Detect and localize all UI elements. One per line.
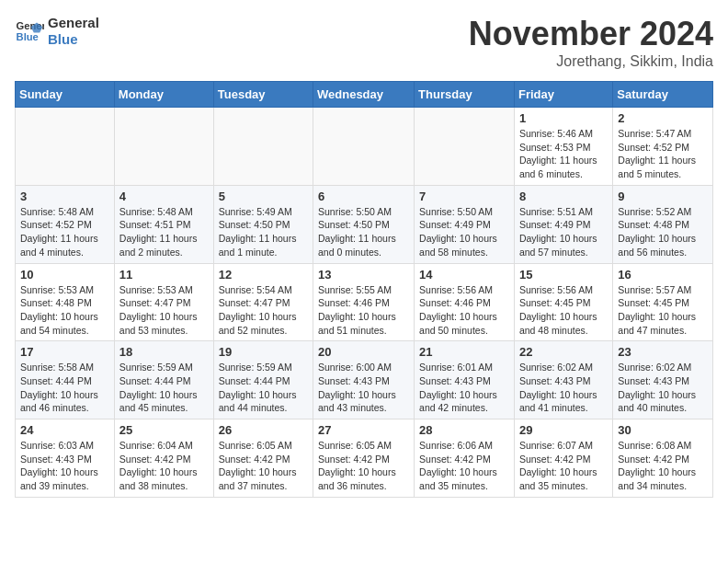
day-detail: Sunrise: 6:06 AM Sunset: 4:42 PM Dayligh…	[419, 439, 509, 493]
calendar-cell	[213, 108, 313, 186]
calendar-week-4: 24Sunrise: 6:03 AM Sunset: 4:43 PM Dayli…	[16, 419, 713, 498]
calendar-cell: 6Sunrise: 5:50 AM Sunset: 4:50 PM Daylig…	[313, 185, 415, 263]
logo: General Blue General Blue	[15, 15, 99, 48]
day-number: 8	[519, 190, 608, 203]
calendar-cell: 5Sunrise: 5:49 AM Sunset: 4:50 PM Daylig…	[213, 185, 313, 263]
day-detail: Sunrise: 6:05 AM Sunset: 4:42 PM Dayligh…	[318, 439, 409, 493]
day-number: 23	[618, 345, 708, 359]
calendar-cell: 14Sunrise: 5:56 AM Sunset: 4:46 PM Dayli…	[415, 263, 515, 341]
calendar-cell	[313, 108, 415, 186]
day-detail: Sunrise: 6:03 AM Sunset: 4:43 PM Dayligh…	[20, 439, 109, 493]
day-detail: Sunrise: 6:01 AM Sunset: 4:43 PM Dayligh…	[419, 361, 509, 415]
day-detail: Sunrise: 6:05 AM Sunset: 4:42 PM Dayligh…	[219, 439, 308, 493]
day-detail: Sunrise: 5:54 AM Sunset: 4:47 PM Dayligh…	[219, 283, 308, 338]
calendar-cell: 18Sunrise: 5:59 AM Sunset: 4:44 PM Dayli…	[114, 341, 213, 419]
weekday-header-tuesday: Tuesday	[213, 82, 313, 108]
calendar-cell: 25Sunrise: 6:04 AM Sunset: 4:42 PM Dayli…	[114, 419, 213, 498]
calendar-cell: 19Sunrise: 5:59 AM Sunset: 4:44 PM Dayli…	[213, 341, 313, 419]
calendar-cell: 21Sunrise: 6:01 AM Sunset: 4:43 PM Dayli…	[415, 341, 515, 419]
calendar-cell: 1Sunrise: 5:46 AM Sunset: 4:53 PM Daylig…	[514, 108, 612, 186]
day-number: 15	[519, 268, 608, 282]
calendar-cell: 8Sunrise: 5:51 AM Sunset: 4:49 PM Daylig…	[514, 185, 612, 263]
day-detail: Sunrise: 5:48 AM Sunset: 4:52 PM Dayligh…	[20, 205, 109, 259]
calendar-cell: 22Sunrise: 6:02 AM Sunset: 4:43 PM Dayli…	[514, 341, 612, 419]
day-detail: Sunrise: 5:59 AM Sunset: 4:44 PM Dayligh…	[219, 361, 308, 415]
calendar-cell: 4Sunrise: 5:48 AM Sunset: 4:51 PM Daylig…	[114, 185, 213, 263]
day-number: 19	[219, 345, 308, 359]
calendar-cell: 27Sunrise: 6:05 AM Sunset: 4:42 PM Dayli…	[313, 419, 415, 498]
day-number: 25	[119, 423, 209, 437]
weekday-header-friday: Friday	[514, 82, 612, 108]
day-detail: Sunrise: 5:50 AM Sunset: 4:50 PM Dayligh…	[318, 205, 409, 259]
calendar-cell: 2Sunrise: 5:47 AM Sunset: 4:52 PM Daylig…	[613, 108, 713, 186]
calendar-cell: 20Sunrise: 6:00 AM Sunset: 4:43 PM Dayli…	[313, 341, 415, 419]
calendar-cell: 12Sunrise: 5:54 AM Sunset: 4:47 PM Dayli…	[213, 263, 313, 341]
day-detail: Sunrise: 5:55 AM Sunset: 4:46 PM Dayligh…	[318, 283, 409, 338]
day-number: 4	[119, 190, 209, 203]
logo-text-general: General	[48, 15, 99, 31]
day-number: 17	[20, 345, 109, 359]
month-title: November 2024	[469, 15, 713, 53]
day-number: 7	[419, 190, 509, 203]
logo-icon: General Blue	[15, 17, 44, 46]
day-number: 28	[419, 423, 509, 437]
day-detail: Sunrise: 5:47 AM Sunset: 4:52 PM Dayligh…	[618, 127, 708, 181]
day-detail: Sunrise: 5:56 AM Sunset: 4:46 PM Dayligh…	[419, 283, 509, 338]
weekday-header-wednesday: Wednesday	[313, 82, 415, 108]
calendar-cell: 11Sunrise: 5:53 AM Sunset: 4:47 PM Dayli…	[114, 263, 213, 341]
calendar-week-2: 10Sunrise: 5:53 AM Sunset: 4:48 PM Dayli…	[16, 263, 713, 341]
day-detail: Sunrise: 6:04 AM Sunset: 4:42 PM Dayligh…	[119, 439, 209, 493]
calendar-week-3: 17Sunrise: 5:58 AM Sunset: 4:44 PM Dayli…	[16, 341, 713, 419]
calendar-cell	[415, 108, 515, 186]
location: Jorethang, Sikkim, India	[469, 53, 713, 70]
weekday-header-monday: Monday	[114, 82, 213, 108]
day-number: 29	[519, 423, 608, 437]
day-number: 27	[318, 423, 409, 437]
day-number: 18	[119, 345, 209, 359]
day-number: 13	[318, 268, 409, 282]
day-number: 22	[519, 345, 608, 359]
page-header: General Blue General Blue November 2024 …	[15, 15, 713, 70]
calendar-cell: 30Sunrise: 6:08 AM Sunset: 4:42 PM Dayli…	[613, 419, 713, 498]
day-detail: Sunrise: 5:53 AM Sunset: 4:47 PM Dayligh…	[119, 283, 209, 338]
calendar-cell: 10Sunrise: 5:53 AM Sunset: 4:48 PM Dayli…	[16, 263, 115, 341]
calendar-cell	[16, 108, 115, 186]
day-number: 9	[618, 190, 708, 203]
calendar-cell: 3Sunrise: 5:48 AM Sunset: 4:52 PM Daylig…	[16, 185, 115, 263]
day-detail: Sunrise: 5:50 AM Sunset: 4:49 PM Dayligh…	[419, 205, 509, 259]
calendar-cell: 26Sunrise: 6:05 AM Sunset: 4:42 PM Dayli…	[213, 419, 313, 498]
day-number: 30	[618, 423, 708, 437]
day-number: 6	[318, 190, 409, 203]
day-number: 14	[419, 268, 509, 282]
day-detail: Sunrise: 6:07 AM Sunset: 4:42 PM Dayligh…	[519, 439, 608, 493]
day-detail: Sunrise: 5:51 AM Sunset: 4:49 PM Dayligh…	[519, 205, 608, 259]
weekday-header-thursday: Thursday	[415, 82, 515, 108]
day-detail: Sunrise: 5:59 AM Sunset: 4:44 PM Dayligh…	[119, 361, 209, 415]
calendar-week-0: 1Sunrise: 5:46 AM Sunset: 4:53 PM Daylig…	[16, 108, 713, 186]
day-number: 12	[219, 268, 308, 282]
day-number: 24	[20, 423, 109, 437]
weekday-header-saturday: Saturday	[613, 82, 713, 108]
day-detail: Sunrise: 5:52 AM Sunset: 4:48 PM Dayligh…	[618, 205, 708, 259]
day-number: 21	[419, 345, 509, 359]
day-detail: Sunrise: 5:57 AM Sunset: 4:45 PM Dayligh…	[618, 283, 708, 338]
calendar-cell: 24Sunrise: 6:03 AM Sunset: 4:43 PM Dayli…	[16, 419, 115, 498]
day-detail: Sunrise: 5:56 AM Sunset: 4:45 PM Dayligh…	[519, 283, 608, 338]
calendar-cell: 17Sunrise: 5:58 AM Sunset: 4:44 PM Dayli…	[16, 341, 115, 419]
calendar-table: SundayMondayTuesdayWednesdayThursdayFrid…	[15, 81, 713, 498]
calendar-cell	[114, 108, 213, 186]
calendar-cell: 9Sunrise: 5:52 AM Sunset: 4:48 PM Daylig…	[613, 185, 713, 263]
day-number: 26	[219, 423, 308, 437]
calendar-cell: 23Sunrise: 6:02 AM Sunset: 4:43 PM Dayli…	[613, 341, 713, 419]
day-detail: Sunrise: 5:48 AM Sunset: 4:51 PM Dayligh…	[119, 205, 209, 259]
day-detail: Sunrise: 5:49 AM Sunset: 4:50 PM Dayligh…	[219, 205, 308, 259]
day-number: 10	[20, 268, 109, 282]
calendar-cell: 13Sunrise: 5:55 AM Sunset: 4:46 PM Dayli…	[313, 263, 415, 341]
day-detail: Sunrise: 6:08 AM Sunset: 4:42 PM Dayligh…	[618, 439, 708, 493]
day-number: 3	[20, 190, 109, 203]
day-detail: Sunrise: 5:46 AM Sunset: 4:53 PM Dayligh…	[519, 127, 608, 181]
day-number: 11	[119, 268, 209, 282]
day-number: 20	[318, 345, 409, 359]
day-number: 1	[519, 111, 608, 125]
title-block: November 2024 Jorethang, Sikkim, India	[469, 15, 713, 70]
